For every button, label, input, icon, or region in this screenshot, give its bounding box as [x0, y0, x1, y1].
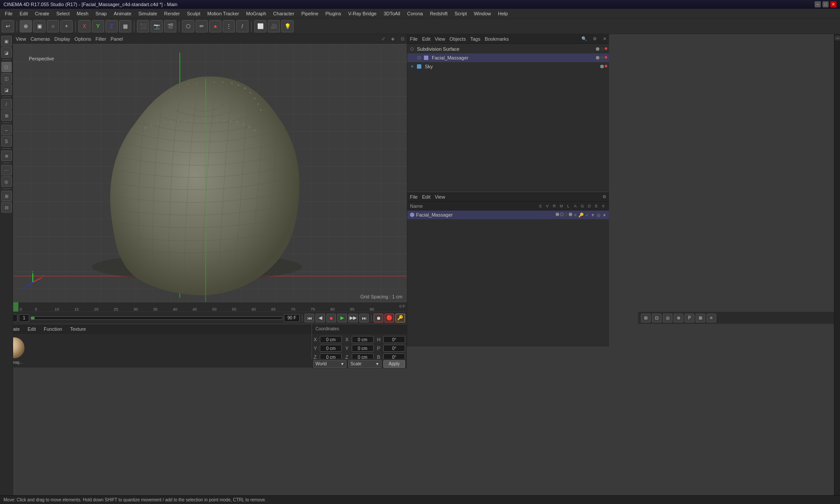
timeline-ruler[interactable]: 0 5 10 15 20 25 30 35 40 45 50 55 60 65 … [13, 302, 407, 312]
sidebar-object-mode[interactable]: ⬡ [1, 62, 12, 72]
frame-step-field[interactable] [19, 314, 29, 322]
menu-3dtoall[interactable]: 3DToAll [381, 10, 403, 17]
sidebar-snap-1[interactable]: / [1, 99, 12, 109]
pen-tool[interactable]: ✏ [196, 20, 208, 32]
select-tool[interactable]: ▣ [33, 20, 46, 32]
vp-menu-panel[interactable]: Panel [111, 36, 123, 42]
om-menu-view[interactable]: View [435, 36, 445, 42]
menu-help[interactable]: Help [495, 10, 511, 17]
menu-window[interactable]: Window [471, 10, 494, 17]
anim-btn-3[interactable]: ◎ [663, 314, 672, 322]
auto-key-button[interactable]: 🔴 [385, 314, 394, 322]
sidebar-tool-2[interactable]: S [1, 136, 12, 147]
om-icon-3[interactable]: ✕ [603, 36, 606, 41]
menu-mograph[interactable]: MoGraph [243, 10, 269, 17]
menu-select[interactable]: Select [53, 10, 73, 17]
menu-redshift[interactable]: Redshift [427, 10, 451, 17]
coord-x-pos[interactable] [320, 336, 342, 343]
cube-primitive[interactable]: ⬡ [182, 20, 194, 32]
anim-btn-4[interactable]: ⊗ [674, 314, 683, 322]
vp-menu-filter[interactable]: Filter [95, 36, 106, 42]
vp-menu-view[interactable]: View [16, 36, 26, 42]
go-start-button[interactable]: ⏮ [304, 314, 314, 322]
z-axis[interactable]: Z [105, 20, 118, 32]
vp-menu-display[interactable]: Display [54, 36, 70, 42]
om-menu-file[interactable]: File [410, 36, 418, 42]
sculpt-tool[interactable]: 🔺 [209, 20, 221, 32]
mat-tab-edit[interactable]: Edit [24, 326, 39, 332]
all-axes[interactable]: ▦ [119, 20, 131, 32]
record-button[interactable]: ⏺ [374, 314, 383, 322]
render-region[interactable]: ⬛ [137, 20, 149, 32]
object-row-subdivision[interactable]: ⬡ Subdivision Surface [407, 45, 609, 53]
om-menu-tags[interactable]: Tags [470, 36, 480, 42]
attr-row-facial-massager[interactable]: Facial_Massager ≡ 🔑 ✓ ▼ ◎ ★ [407, 210, 609, 219]
sidebar-grid-1[interactable]: ⊞ [1, 191, 12, 201]
menu-motion-tracker[interactable]: Motion Tracker [204, 10, 242, 17]
key-button[interactable]: 🔑 [396, 314, 405, 322]
anim-btn-1[interactable]: ⊞ [641, 314, 651, 322]
timeline-scrubber[interactable] [31, 316, 283, 320]
sidebar-polygon-mode[interactable]: ◪ [1, 84, 12, 95]
mat-tab-texture[interactable]: Texture [66, 326, 89, 332]
menu-animate[interactable]: Animate [111, 10, 134, 17]
render-active[interactable]: 🎬 [164, 20, 176, 32]
play-button[interactable]: ▶ [337, 314, 347, 322]
vp-menu-options[interactable]: Options [74, 36, 91, 42]
menu-mesh[interactable]: Mesh [74, 10, 91, 17]
sidebar-model-mode[interactable]: ▣ [1, 36, 12, 46]
om-menu-bookmarks[interactable]: Bookmarks [485, 36, 509, 42]
play-reverse-button[interactable]: ◀ [315, 314, 325, 322]
am-icon-1[interactable]: ⚙ [602, 194, 606, 199]
play-fast-forward-button[interactable]: ▶▶ [348, 314, 358, 322]
undo-button[interactable]: ↩ [2, 20, 14, 32]
maximize-button[interactable]: □ [822, 1, 829, 7]
menu-corona[interactable]: Corona [404, 10, 426, 17]
menu-file[interactable]: File [2, 10, 16, 17]
sidebar-tool-1[interactable]: ↔ [1, 125, 12, 135]
menu-script[interactable]: Script [452, 10, 470, 17]
om-menu-objects[interactable]: Objects [449, 36, 466, 42]
mat-tab-function[interactable]: Function [40, 326, 66, 332]
viewport-icon-1[interactable]: ◈ [391, 36, 395, 41]
total-frames-field[interactable] [284, 314, 300, 322]
sidebar-snap-2[interactable]: ⊞ [1, 110, 12, 121]
minimize-button[interactable]: – [815, 1, 821, 7]
object-row-facial-massager[interactable]: ⬡ Facial_Massager [407, 53, 609, 62]
spline-tool[interactable]: / [236, 20, 248, 32]
menu-create[interactable]: Create [32, 10, 52, 17]
3d-mesh-viewport[interactable] [57, 57, 363, 302]
sidebar-mesh-check[interactable]: ⋯ [1, 165, 12, 175]
anim-btn-5[interactable]: P [685, 314, 694, 322]
x-axis[interactable]: X [78, 20, 91, 32]
viewport-icon-2[interactable]: ⊡ [401, 36, 404, 41]
coord-y-size[interactable] [352, 345, 374, 352]
go-end-button[interactable]: ⏭ [359, 314, 369, 322]
om-icon-1[interactable]: 🔍 [581, 36, 587, 41]
rs-tab-1[interactable]: I [835, 36, 840, 41]
om-icon-2[interactable]: ⚙ [593, 36, 597, 41]
light-tool[interactable]: 💡 [281, 20, 294, 32]
anim-btn-2[interactable]: ⊡ [652, 314, 662, 322]
sidebar-relax[interactable]: ◎ [1, 176, 12, 187]
sidebar-grid-2[interactable]: ⊟ [1, 202, 12, 213]
menu-snap[interactable]: Snap [92, 10, 110, 17]
am-menu-edit[interactable]: Edit [422, 194, 430, 200]
hair-tool[interactable]: ⋮ [223, 20, 235, 32]
object-row-sky[interactable]: ☀ Sky [407, 62, 609, 71]
om-menu-edit[interactable]: Edit [422, 36, 430, 42]
coord-y-pos[interactable] [320, 345, 342, 352]
menu-character[interactable]: Character [270, 10, 297, 17]
viewport-canvas[interactable]: Perspective [13, 44, 407, 302]
sidebar-edge-mode[interactable]: ◫ [1, 73, 12, 84]
coord-p[interactable] [383, 345, 405, 352]
sidebar-texture-mode[interactable]: ◪ [1, 47, 12, 58]
viewport-expand[interactable]: ⤢ [382, 36, 385, 41]
sidebar-magnet[interactable]: ⊛ [1, 150, 12, 161]
move-tool[interactable]: ⊕ [20, 20, 32, 32]
am-menu-view[interactable]: View [435, 194, 445, 200]
am-menu-file[interactable]: File [410, 194, 418, 200]
add-tool[interactable]: + [60, 20, 73, 32]
coord-x-size[interactable] [352, 336, 374, 343]
menu-edit[interactable]: Edit [17, 10, 31, 17]
